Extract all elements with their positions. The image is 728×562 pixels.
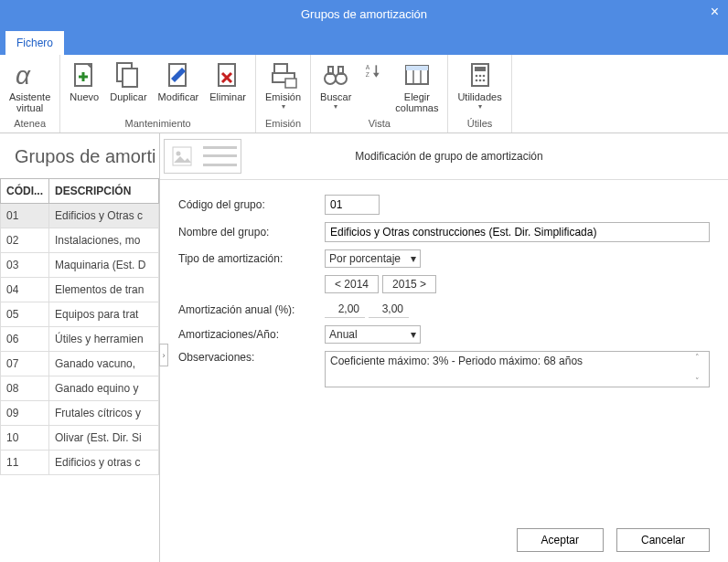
wizard-icon: α [16, 60, 45, 90]
year-next-button[interactable]: 2015 > [382, 275, 436, 293]
svg-point-33 [176, 152, 180, 156]
columns-icon [402, 60, 432, 90]
new-button[interactable]: Nuevo [64, 57, 104, 102]
chevron-down-icon: ▾ [411, 328, 416, 341]
modify-button[interactable]: Modificar [153, 57, 205, 102]
input-code[interactable] [325, 195, 380, 215]
ribbon-group-emision: Emisión ▾ Emisión [256, 55, 311, 133]
cell-desc: Útiles y herramien [49, 327, 159, 352]
label-obs: Observaciones: [178, 351, 325, 364]
svg-rect-12 [285, 79, 296, 88]
col-code[interactable]: CÓDI... [1, 179, 49, 204]
value-annual-next[interactable]: 3,00 [369, 301, 409, 318]
select-type-value: Por porcentaje [329, 252, 401, 265]
emit-button[interactable]: Emisión ▾ [260, 57, 306, 111]
document-edit-icon [164, 60, 193, 90]
title-bar: Grupos de amortización × [0, 0, 728, 27]
ok-button[interactable]: Aceptar [517, 528, 604, 552]
cell-desc: Equipos para trat [49, 302, 159, 327]
svg-point-29 [475, 80, 477, 82]
table-row[interactable]: 03Maquinaria (Est. D [1, 253, 159, 278]
group-label-vista: Vista [315, 118, 444, 131]
table-row[interactable]: 05Equipos para trat [1, 302, 159, 327]
group-label-utils: Útiles [452, 118, 507, 131]
cell-desc: Edificios y otras c [49, 451, 159, 475]
right-pane: › Modificación de grupo de amortización … [160, 133, 728, 562]
cancel-button[interactable]: Cancelar [616, 528, 710, 552]
table-row[interactable]: 07Ganado vacuno, [1, 352, 159, 376]
dropdown-icon: ▾ [334, 102, 337, 111]
search-label: Buscar [320, 91, 351, 102]
left-pane: Grupos de amorti CÓDI... DESCRIPCIÓN 01E… [0, 133, 160, 562]
cell-desc: Ganado vacuno, [49, 352, 159, 376]
document-new-icon [70, 60, 99, 90]
table-row[interactable]: 06Útiles y herramien [1, 327, 159, 352]
dropdown-icon: ▾ [478, 102, 482, 111]
select-peryear[interactable]: Anual ▾ [325, 325, 421, 344]
preview-thumb [164, 139, 241, 174]
select-type[interactable]: Por porcentaje ▾ [325, 249, 421, 268]
scrollbar[interactable]: ˄˅ [695, 353, 708, 386]
ribbon-group-atenea: α Asistente virtual Atenea [0, 55, 60, 133]
ribbon-tabs: Fichero [0, 27, 728, 55]
value-annual-prev[interactable]: 2,00 [325, 301, 365, 318]
cell-code: 07 [1, 352, 49, 376]
obs-value: Coeficiente máximo: 3% - Periodo máximo:… [330, 355, 583, 367]
textarea-obs[interactable]: Coeficiente máximo: 3% - Periodo máximo:… [325, 351, 710, 387]
dialog-footer: Aceptar Cancelar [160, 518, 728, 562]
cell-desc: Frutales cítricos y [49, 401, 159, 426]
groups-table: CÓDI... DESCRIPCIÓN 01Edificios y Otras … [0, 178, 159, 475]
delete-button[interactable]: Eliminar [204, 57, 252, 102]
label-annual: Amortización anual (%): [178, 303, 325, 316]
expand-handle[interactable]: › [159, 344, 168, 366]
svg-text:Z: Z [366, 71, 369, 78]
image-placeholder-icon [172, 146, 192, 166]
table-row[interactable]: 08Ganado equino y [1, 376, 159, 401]
dropdown-icon: ▾ [282, 102, 285, 111]
year-prev-button[interactable]: < 2014 [325, 275, 379, 293]
delete-label: Eliminar [209, 91, 246, 102]
search-button[interactable]: Buscar ▾ [315, 57, 357, 111]
calculator-icon [466, 60, 495, 90]
duplicate-label: Duplicar [110, 91, 146, 102]
close-icon[interactable]: × [711, 4, 719, 20]
modify-label: Modificar [158, 91, 199, 102]
cell-code: 06 [1, 327, 49, 352]
table-row[interactable]: 09Frutales cítricos y [1, 401, 159, 426]
input-name[interactable] [325, 222, 710, 242]
cell-desc: Instalaciones, mo [49, 228, 159, 253]
binoculars-icon [321, 60, 350, 90]
table-row[interactable]: 04Elementos de tran [1, 278, 159, 302]
svg-text:A: A [366, 64, 370, 70]
col-desc[interactable]: DESCRIPCIÓN [49, 179, 159, 204]
duplicate-button[interactable]: Duplicar [104, 57, 152, 102]
sort-button[interactable]: AZ [357, 57, 390, 84]
svg-text:α: α [16, 61, 31, 90]
sort-az-icon: AZ [362, 60, 384, 82]
cell-desc: Elementos de tran [49, 278, 159, 302]
cell-code: 10 [1, 426, 49, 451]
content-body: Grupos de amorti CÓDI... DESCRIPCIÓN 01E… [0, 133, 728, 562]
cell-code: 04 [1, 278, 49, 302]
ribbon-group-mantenimiento: Nuevo Duplicar Modificar Eliminar [60, 55, 256, 133]
columns-label: Elegir columnas [395, 91, 438, 113]
chevron-down-icon: ▾ [411, 252, 416, 265]
utilities-button[interactable]: Utilidades ▾ [452, 57, 507, 111]
cell-desc: Maquinaria (Est. D [49, 253, 159, 278]
svg-point-28 [482, 75, 485, 78]
select-peryear-value: Anual [329, 328, 358, 341]
label-code: Código del grupo: [178, 198, 325, 211]
svg-rect-5 [123, 69, 137, 87]
label-name: Nombre del grupo: [178, 226, 325, 239]
cell-code: 08 [1, 376, 49, 401]
svg-point-27 [478, 75, 481, 78]
table-row[interactable]: 10Olivar (Est. Dir. Si [1, 426, 159, 451]
columns-button[interactable]: Elegir columnas [390, 57, 444, 113]
emit-label: Emisión [265, 91, 301, 102]
tab-fichero[interactable]: Fichero [5, 31, 64, 55]
svg-point-26 [475, 75, 477, 78]
wizard-button[interactable]: α Asistente virtual [4, 57, 56, 113]
table-row[interactable]: 02Instalaciones, mo [1, 228, 159, 253]
table-row[interactable]: 01Edificios y Otras c [1, 204, 159, 228]
table-row[interactable]: 11Edificios y otras c [1, 451, 159, 475]
